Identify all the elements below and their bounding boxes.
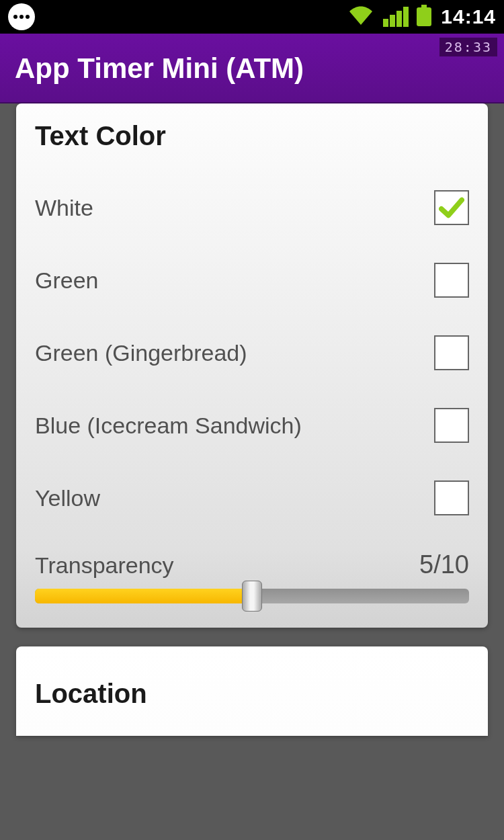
- option-label: Green (Gingerbread): [35, 340, 247, 366]
- status-bar: 14:14: [0, 0, 504, 34]
- option-green[interactable]: Green: [35, 244, 469, 317]
- slider-thumb[interactable]: [242, 581, 262, 612]
- section-header-location: Location: [35, 679, 469, 709]
- signal-icon: [382, 7, 409, 27]
- option-label: White: [35, 195, 93, 221]
- checkbox-yellow[interactable]: [434, 480, 469, 515]
- transparency-slider[interactable]: [35, 589, 469, 603]
- option-label: Yellow: [35, 485, 100, 511]
- app-title: App Timer Mini (ATM): [15, 52, 489, 85]
- svg-rect-1: [417, 7, 431, 26]
- checkbox-green[interactable]: [434, 263, 469, 298]
- status-clock: 14:14: [441, 5, 496, 28]
- section-header-text-color: Text Color: [35, 121, 469, 151]
- location-card: Location: [16, 646, 488, 736]
- app-bar: 28:33 App Timer Mini (ATM): [0, 34, 504, 103]
- battery-icon: [417, 5, 431, 29]
- transparency-row: Transparency 5/10: [35, 534, 469, 579]
- checkbox-green-gingerbread[interactable]: [434, 335, 469, 370]
- checkbox-blue-ics[interactable]: [434, 408, 469, 443]
- transparency-value: 5/10: [419, 550, 469, 579]
- svg-rect-0: [421, 5, 427, 7]
- transparency-label: Transparency: [35, 552, 174, 579]
- check-icon: [439, 195, 464, 220]
- overlay-timer-badge: 28:33: [439, 38, 497, 56]
- wifi-icon: [349, 6, 372, 28]
- option-yellow[interactable]: Yellow: [35, 462, 469, 534]
- checkbox-white[interactable]: [434, 190, 469, 225]
- text-color-card: Text Color White Green Green (Gingerbrea…: [16, 103, 488, 628]
- option-label: Blue (Icecream Sandwich): [35, 413, 302, 439]
- option-white[interactable]: White: [35, 171, 469, 244]
- option-blue-ics[interactable]: Blue (Icecream Sandwich): [35, 389, 469, 462]
- menu-dots-icon[interactable]: [8, 3, 35, 30]
- slider-fill: [35, 589, 252, 603]
- option-green-gingerbread[interactable]: Green (Gingerbread): [35, 317, 469, 389]
- option-label: Green: [35, 267, 99, 294]
